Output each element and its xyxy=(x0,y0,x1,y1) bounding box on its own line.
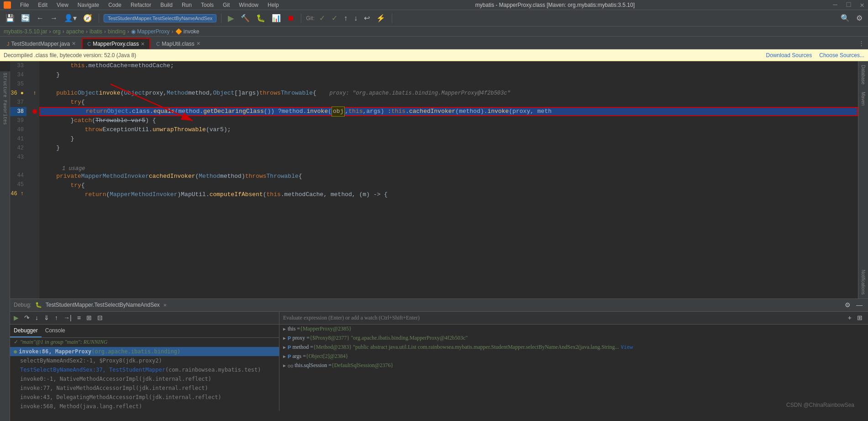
git-revert-btn[interactable]: ↩ xyxy=(362,13,372,23)
recent-files-btn[interactable]: 👤▾ xyxy=(62,13,79,23)
save-btn[interactable]: 💾 xyxy=(4,13,16,23)
tab-overflow[interactable]: ⋮ xyxy=(855,38,868,49)
debug-session-close[interactable]: ✕ xyxy=(163,302,167,309)
git-check-btn[interactable]: ✓ xyxy=(317,13,327,23)
step-out-btn[interactable]: ↑ xyxy=(53,314,60,322)
breadcrumb-ibatis[interactable]: ibatis xyxy=(89,28,102,35)
force-step-into-btn[interactable]: ⇓ xyxy=(42,314,51,322)
menu-file[interactable]: File xyxy=(18,2,31,8)
tab-close-2[interactable]: ✕ xyxy=(196,41,200,47)
tab-close-1[interactable]: ✕ xyxy=(141,41,145,47)
code-line-43 xyxy=(39,153,858,162)
gutter-38 xyxy=(30,107,39,116)
stack-frame-5[interactable]: invoke:43, DelegatingMethodAccessorImpl … xyxy=(10,393,279,402)
git-translate-btn[interactable]: ⚡ xyxy=(374,13,387,23)
debug-evaluate-bar[interactable]: Evaluate expression (Enter) or add a wat… xyxy=(279,312,868,325)
watch-sqlsession-expand[interactable]: ▶ xyxy=(283,363,286,368)
search-everywhere-btn[interactable]: 🔍 xyxy=(839,13,852,23)
nav-bar-btn[interactable]: 🧭 xyxy=(81,13,94,23)
java-icon: J xyxy=(7,41,10,47)
git-check2-btn[interactable]: ✓ xyxy=(330,13,339,23)
menu-tools[interactable]: Tools xyxy=(199,2,216,8)
debug-btn[interactable]: 🐛 xyxy=(254,13,267,23)
threads-btn[interactable]: ⊟ xyxy=(95,314,105,322)
debugger-tab[interactable]: Debugger xyxy=(10,325,42,337)
git-pull-btn[interactable]: ↓ xyxy=(352,13,359,23)
menu-navigate[interactable]: Navigate xyxy=(76,2,101,8)
breadcrumb-jar[interactable]: mybatis-3.5.10.jar xyxy=(4,28,47,35)
menu-build[interactable]: Build xyxy=(158,2,174,8)
running-status: "main"@1 in group "main": RUNNING xyxy=(20,339,107,346)
run-config-dropdown[interactable]: TestStudentMapper.TestSelectByNameAndSex xyxy=(104,14,216,22)
breadcrumb-binding[interactable]: binding xyxy=(108,28,126,35)
choose-sources-link[interactable]: Choose Sources... xyxy=(819,52,864,59)
debug-settings-btn[interactable]: ⚙ xyxy=(843,301,852,309)
coverage-btn[interactable]: 📊 xyxy=(270,13,283,23)
menu-edit[interactable]: Edit xyxy=(36,2,49,8)
minimize-btn[interactable]: — xyxy=(833,1,837,9)
toolbar-sep-3 xyxy=(301,14,301,23)
maven-panel-btn[interactable]: Maven xyxy=(861,88,866,109)
watch-method-expand[interactable]: ▶ xyxy=(283,345,286,350)
stack-indent-4 xyxy=(14,385,20,391)
code-editor[interactable]: this.methodCache = methodCache; } public… xyxy=(39,61,858,298)
stack-frame-1[interactable]: selectByNameAndSex2:-1, $Proxy8 (jdk.pro… xyxy=(10,356,279,365)
structure-icon[interactable]: Structure xyxy=(0,71,10,99)
menu-run[interactable]: Run xyxy=(180,2,194,8)
stack-frame-3[interactable]: invoke0:-1, NativeMethodAccessorImpl (jd… xyxy=(10,374,279,384)
gutter-33 xyxy=(30,61,39,70)
step-over-btn[interactable]: ↷ xyxy=(22,314,32,322)
menu-refactor[interactable]: Refactor xyxy=(129,2,153,8)
menu-window[interactable]: Window xyxy=(237,2,260,8)
settings-btn[interactable]: ⚙ xyxy=(854,13,864,23)
watch-sqlsession[interactable]: ▶ oo this.sqlSession = {DefaultSqlSessio… xyxy=(279,361,868,370)
tab-mapper-proxy[interactable]: C MapperProxy.class ✕ xyxy=(82,38,150,49)
close-btn[interactable]: ✕ xyxy=(860,0,864,10)
watch-method-view[interactable]: View xyxy=(621,344,633,350)
database-panel-btn[interactable]: Database xyxy=(861,61,866,88)
build-btn[interactable]: 🔨 xyxy=(239,13,252,23)
back-btn[interactable]: ← xyxy=(35,13,46,23)
forward-btn[interactable]: → xyxy=(48,13,59,23)
run-btn[interactable]: ▶ xyxy=(226,12,236,24)
watch-this-expand[interactable]: ▶ xyxy=(283,326,286,331)
stack-frame-2[interactable]: TestSelectByNameAndSex:37, TestStudentMa… xyxy=(10,365,279,374)
stack-frame-6[interactable]: invoke:568, Method (java.lang.reflect) xyxy=(10,402,279,411)
add-watch-btn[interactable]: + xyxy=(846,314,853,322)
resume-btn[interactable]: ▶ xyxy=(12,314,21,322)
breadcrumb-mapperproxy[interactable]: ◉ MapperProxy xyxy=(131,28,170,35)
menu-help[interactable]: Help xyxy=(266,2,281,8)
menu-code[interactable]: Code xyxy=(106,2,123,8)
watch-args[interactable]: ▶ P args = {Object[2]@2384} xyxy=(279,352,868,361)
watch-args-expand[interactable]: ▶ xyxy=(283,354,286,359)
sync-btn[interactable]: 🔄 xyxy=(19,13,32,23)
run-to-cursor-btn[interactable]: →| xyxy=(62,314,74,322)
breadcrumb-apache[interactable]: apache xyxy=(66,28,84,35)
watch-proxy[interactable]: ▶ P proxy = {$Proxy8@2377} "org.apache.i… xyxy=(279,334,868,343)
menu-git[interactable]: Git xyxy=(221,2,231,8)
maximize-btn[interactable]: □ xyxy=(847,1,851,9)
download-sources-link[interactable]: Download Sources xyxy=(766,52,812,59)
expand-watches-btn[interactable]: ⊞ xyxy=(855,314,864,322)
console-tab[interactable]: Console xyxy=(42,325,69,337)
favorites-icon[interactable]: Favorites xyxy=(0,99,10,126)
debug-session-tab[interactable]: TestStudentMapper.TestSelectByNameAndSex xyxy=(46,302,160,308)
stop-btn[interactable]: ⏹ xyxy=(285,13,296,23)
step-into-btn[interactable]: ↓ xyxy=(33,314,40,322)
breadcrumb-org[interactable]: org xyxy=(53,28,60,35)
watch-proxy-expand[interactable]: ▶ xyxy=(283,336,286,341)
tab-map-util[interactable]: C MapUtil.class ✕ xyxy=(151,38,205,49)
debug-minimize-btn[interactable]: — xyxy=(854,301,864,309)
watch-method[interactable]: ▶ P method = {Method@2383} "public abstr… xyxy=(279,343,868,352)
stack-frame-0[interactable]: ● invoke:86, MapperProxy (org.apache.iba… xyxy=(10,347,279,356)
menu-view[interactable]: View xyxy=(55,2,70,8)
code-line-37: try { xyxy=(39,98,858,107)
watch-this[interactable]: ▶ this = {MapperProxy@2385} xyxy=(279,325,868,334)
frames-btn[interactable]: ⊞ xyxy=(84,314,94,322)
tab-test-student-mapper[interactable]: J TestStudentMapper.java ✕ xyxy=(2,38,81,49)
git-push-btn[interactable]: ↑ xyxy=(342,13,349,23)
evaluate-btn[interactable]: ≡ xyxy=(75,314,83,322)
notifications-panel-btn[interactable]: Notifications xyxy=(861,266,866,298)
stack-frame-4[interactable]: invoke:77, NativeMethodAccessorImpl (jdk… xyxy=(10,384,279,393)
tab-close-0[interactable]: ✕ xyxy=(72,41,76,47)
